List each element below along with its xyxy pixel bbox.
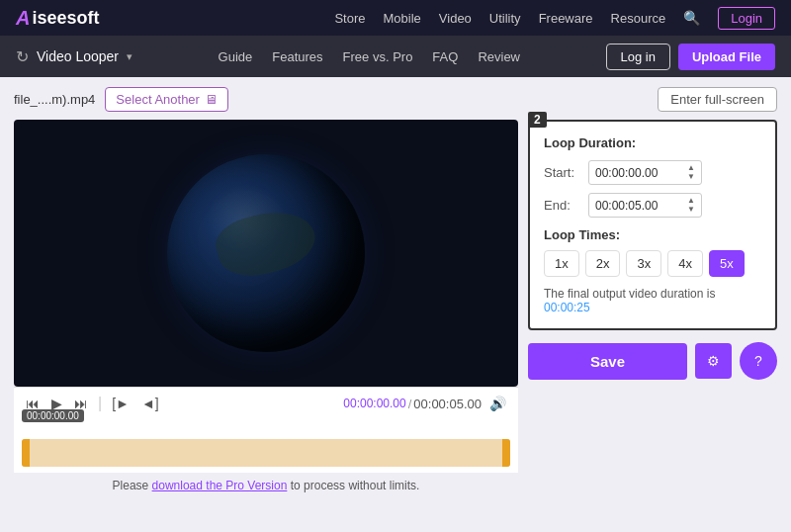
time-total: 00:00:05.00 <box>413 397 482 411</box>
earth-visual <box>167 154 365 352</box>
nav-video[interactable]: Video <box>439 11 472 26</box>
time-current: 00:00:00.00 <box>343 397 405 410</box>
top-nav: A iseesoft Store Mobile Video Utility Fr… <box>0 0 791 36</box>
nav-features[interactable]: Features <box>272 49 322 64</box>
timeline-track[interactable] <box>22 439 510 467</box>
end-value: 00:00:05.00 <box>595 199 658 213</box>
loop-btn-2x[interactable]: 2x <box>585 250 621 277</box>
controls-divider: | <box>98 395 102 412</box>
pro-version-text: Please download the Pro Version to proce… <box>14 479 518 492</box>
start-label: Start: <box>544 165 578 180</box>
time-separator: / <box>408 397 412 411</box>
loop-btn-4x[interactable]: 4x <box>667 250 703 277</box>
loop-settings-badge: 2 <box>528 112 547 128</box>
end-field-row: End: 00:00:05.00 ▲ ▼ <box>544 193 761 218</box>
loop-btn-1x[interactable]: 1x <box>544 250 579 277</box>
save-button[interactable]: Save <box>528 343 687 380</box>
pro-prefix: Please <box>113 479 152 492</box>
logo-a: A <box>16 7 30 30</box>
nav-free-vs-pro[interactable]: Free vs. Pro <box>343 49 413 64</box>
start-up-spinner[interactable]: ▲ <box>687 164 695 172</box>
nav-review[interactable]: Review <box>478 49 520 64</box>
select-another-label: Select Another <box>116 92 200 107</box>
loop-btn-3x[interactable]: 3x <box>626 250 661 277</box>
time-display: 00:00:00.00 / 00:00:05.00 🔊 <box>343 394 508 413</box>
timeline-handle-right[interactable] <box>502 439 510 467</box>
start-value: 00:00:00.00 <box>595 166 658 180</box>
end-label: End: <box>544 198 578 213</box>
video-player <box>14 120 518 387</box>
nav-freeware[interactable]: Freeware <box>539 11 593 26</box>
video-controls: ⏮ ▶ ⏭ | [► ◄] 00:00:00.00 / 00:00:05.00 … <box>14 387 518 419</box>
pro-suffix: to process without limits. <box>291 479 420 492</box>
file-name: file_....m).mp4 <box>14 92 95 107</box>
output-text: The final output video duration is 00:00… <box>544 287 761 314</box>
top-nav-links: Store Mobile Video Utility Freeware Reso… <box>334 7 775 30</box>
loop-times-buttons: 1x 2x 3x 4x 5x <box>544 250 761 277</box>
right-panel: 2 Loop Duration: Start: 00:00:00.00 ▲ ▼ … <box>528 120 777 495</box>
video-area: ⏮ ▶ ⏭ | [► ◄] 00:00:00.00 / 00:00:05.00 … <box>14 120 518 495</box>
loop-duration-label: Loop Duration: <box>544 135 761 150</box>
timeline-handle-left[interactable] <box>22 439 30 467</box>
settings-button[interactable]: ⚙ <box>695 343 732 379</box>
select-another-button[interactable]: Select Another 🖥 <box>105 87 228 112</box>
output-duration: 00:00:25 <box>544 301 590 314</box>
tool-name: Video Looper <box>37 48 119 64</box>
save-area: Save ⚙ ? <box>528 342 777 380</box>
nav-store[interactable]: Store <box>334 11 365 26</box>
monitor-icon: 🖥 <box>205 92 218 107</box>
search-icon[interactable]: 🔍 <box>683 10 700 26</box>
upload-file-button[interactable]: Upload File <box>678 44 775 70</box>
end-up-spinner[interactable]: ▲ <box>687 197 695 205</box>
second-nav: ↻ Video Looper ▾ Guide Features Free vs.… <box>0 36 791 77</box>
start-down-spinner[interactable]: ▼ <box>687 173 695 181</box>
content-area: file_....m).mp4 Select Another 🖥 Enter f… <box>0 77 791 532</box>
end-input[interactable]: 00:00:05.00 ▲ ▼ <box>588 193 702 218</box>
nav-faq[interactable]: FAQ <box>432 49 458 64</box>
second-nav-links: Guide Features Free vs. Pro FAQ Review <box>219 49 520 64</box>
fullscreen-button[interactable]: Enter full-screen <box>658 87 777 112</box>
nav-mobile[interactable]: Mobile <box>384 11 421 26</box>
file-bar: file_....m).mp4 Select Another 🖥 Enter f… <box>14 87 777 112</box>
nav-utility[interactable]: Utility <box>489 11 521 26</box>
start-input[interactable]: 00:00:00.00 ▲ ▼ <box>588 160 702 185</box>
pro-link[interactable]: download the Pro Version <box>152 479 288 492</box>
output-prefix: The final output video duration is <box>544 287 715 301</box>
nav-guide[interactable]: Guide <box>219 49 253 64</box>
second-nav-right: Log in Upload File <box>606 44 775 70</box>
main-section: ⏮ ▶ ⏭ | [► ◄] 00:00:00.00 / 00:00:05.00 … <box>14 120 777 495</box>
loop-btn-5x[interactable]: 5x <box>709 250 745 277</box>
start-spinners: ▲ ▼ <box>687 164 695 181</box>
loop-times-label: Loop Times: <box>544 227 761 242</box>
logo-text: iseesoft <box>32 8 99 29</box>
nav-resource[interactable]: Resource <box>611 11 666 26</box>
loop-icon: ↻ <box>16 47 29 66</box>
end-spinners: ▲ ▼ <box>687 197 695 214</box>
mark-in-button[interactable]: [► <box>110 394 132 413</box>
timeline-area: 00:00:00.00 <box>14 419 518 473</box>
start-field-row: Start: 00:00:00.00 ▲ ▼ <box>544 160 761 185</box>
timeline-time-label: 00:00:00.00 <box>22 409 84 422</box>
dropdown-arrow-icon[interactable]: ▾ <box>127 50 132 63</box>
loop-settings-box: 2 Loop Duration: Start: 00:00:00.00 ▲ ▼ … <box>528 120 777 330</box>
logo: A iseesoft <box>16 7 99 30</box>
help-button[interactable]: ? <box>740 342 777 380</box>
log-in-button[interactable]: Log in <box>606 44 670 70</box>
second-nav-left: ↻ Video Looper ▾ <box>16 47 132 66</box>
login-button[interactable]: Login <box>718 7 775 30</box>
mark-out-button[interactable]: ◄] <box>139 394 161 413</box>
file-bar-left: file_....m).mp4 Select Another 🖥 <box>14 87 228 112</box>
end-down-spinner[interactable]: ▼ <box>687 206 695 214</box>
volume-button[interactable]: 🔊 <box>487 394 508 413</box>
